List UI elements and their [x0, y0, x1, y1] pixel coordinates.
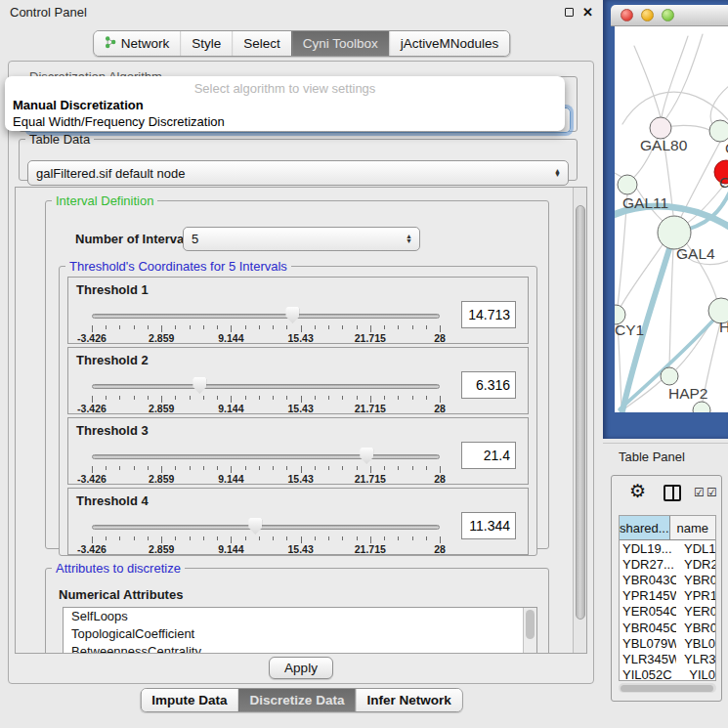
table-data-select[interactable]: galFiltered.sif default node ▲▼: [27, 160, 569, 186]
tab-cyni-toolbox[interactable]: Cyni Toolbox: [291, 31, 389, 56]
tick-mark: [328, 466, 329, 470]
tick-mark: [106, 325, 107, 329]
tick-mark: [106, 396, 107, 400]
slider-track[interactable]: [92, 454, 440, 459]
tab-select[interactable]: Select: [232, 31, 291, 56]
attribute-list-item[interactable]: SelfLoops: [64, 608, 536, 625]
network-node[interactable]: [658, 216, 691, 249]
tick-mark: [217, 536, 218, 540]
tick-label: -3.426: [77, 473, 107, 485]
network-node[interactable]: [709, 120, 728, 142]
table-row[interactable]: YBL079WYBL0: [620, 635, 715, 651]
minimize-traffic-light-icon[interactable]: [641, 9, 654, 21]
table-row[interactable]: YDL19...YDL1: [620, 540, 715, 556]
scrollbar-thumb[interactable]: [526, 610, 535, 639]
node-table[interactable]: shared... name YDL19...YDL1YDR27...YDR2Y…: [619, 515, 716, 681]
tick-mark: [426, 396, 427, 400]
tick-mark: [398, 396, 399, 400]
horizontal-scrollbar[interactable]: [619, 683, 716, 693]
number-of-intervals-value: 5: [192, 232, 198, 246]
tick-mark: [426, 325, 427, 329]
network-edge[interactable]: [669, 248, 673, 367]
table-row[interactable]: YBR045CYBR0: [620, 620, 715, 635]
split-columns-icon[interactable]: [664, 485, 681, 501]
node-label: C: [719, 174, 728, 191]
threshold-value-field[interactable]: [461, 371, 516, 399]
apply-button[interactable]: Apply: [269, 657, 333, 679]
table-row[interactable]: YIL052CYIL0: [620, 667, 715, 682]
slider-track[interactable]: [92, 384, 440, 389]
slider-handle-icon[interactable]: [248, 518, 262, 535]
tick-mark: [412, 536, 413, 540]
slider-handle-icon[interactable]: [360, 448, 373, 464]
close-traffic-light-icon[interactable]: [621, 9, 633, 21]
cell-name: YLR3: [676, 652, 715, 666]
tick-mark: [190, 325, 191, 329]
tab-discretize-data[interactable]: Discretize Data: [238, 689, 356, 711]
close-icon[interactable]: ✕: [582, 6, 593, 19]
tick-label: 2.859: [149, 403, 174, 414]
numerical-attributes-list[interactable]: SelfLoopsTopologicalCoefficientBetweenne…: [63, 607, 537, 654]
algorithm-option-manual[interactable]: Manual Discretization: [5, 97, 565, 113]
attributes-scrollbar[interactable]: [523, 608, 536, 654]
tab-impute-data[interactable]: Impute Data: [141, 689, 237, 711]
column-header-name[interactable]: name: [670, 516, 715, 539]
attributes-group-title: Attributes to discretize: [52, 561, 185, 576]
gear-icon[interactable]: ⚙: [629, 482, 646, 500]
tick-label: 21.715: [355, 332, 386, 344]
network-node[interactable]: [618, 175, 637, 194]
column-header-shared[interactable]: shared...: [620, 516, 670, 539]
network-edge[interactable]: [620, 243, 664, 309]
tick-mark: [245, 325, 246, 329]
table-row[interactable]: YPR145WYPR1: [620, 588, 715, 604]
cell-shared-name: YPR145W: [620, 588, 676, 603]
network-edge[interactable]: [634, 46, 661, 117]
threshold-slider[interactable]: -3.4262.8599.14415.4321.71528: [92, 516, 440, 555]
zoom-traffic-light-icon[interactable]: [662, 9, 674, 21]
attribute-list-item[interactable]: BetweennessCentrality: [64, 643, 536, 654]
table-row[interactable]: YLR345WYLR3: [620, 651, 715, 666]
node-label: GAL4: [676, 245, 715, 262]
threshold-value-field[interactable]: [461, 512, 516, 539]
slider-track[interactable]: [92, 525, 440, 530]
tab-network[interactable]: Network: [94, 31, 181, 56]
tab-jactivemnodules[interactable]: jActiveMNodules: [389, 31, 510, 56]
network-node[interactable]: [661, 367, 678, 385]
tick-mark: [412, 466, 413, 470]
table-row[interactable]: YER054CYER0: [620, 604, 715, 620]
threshold-slider[interactable]: -3.4262.8599.14415.4321.71528: [92, 305, 440, 344]
threshold-label: Threshold 1: [76, 282, 149, 297]
tick-label: 21.715: [355, 403, 386, 414]
float-window-icon[interactable]: [565, 8, 574, 17]
tab-infer-network[interactable]: Infer Network: [355, 689, 461, 711]
slider-track[interactable]: [92, 314, 440, 319]
threshold-value-field[interactable]: [461, 301, 516, 328]
table-row[interactable]: YDR27...YDR2: [620, 556, 715, 572]
checkbox-icon[interactable]: ☑: [707, 487, 717, 498]
table-row[interactable]: YBR043CYBR0: [620, 572, 715, 587]
algorithm-option-equal-width[interactable]: Equal Width/Frequency Discretization: [5, 113, 565, 130]
tick-label: 28: [434, 543, 446, 555]
tab-style[interactable]: Style: [180, 31, 232, 56]
table-data-select-value: galFiltered.sif default node: [36, 166, 185, 181]
node-label: GAL80: [640, 137, 688, 153]
tick-mark: [259, 536, 260, 540]
scrollbar-thumb[interactable]: [576, 205, 585, 620]
threshold-slider[interactable]: -3.4262.8599.14415.4321.71528: [92, 446, 440, 485]
number-of-intervals-select[interactable]: 5 ▲▼: [183, 227, 420, 251]
network-node[interactable]: [650, 117, 671, 139]
control-panel-titlebar: Control Panel ✕: [0, 0, 603, 23]
vertical-scrollbar[interactable]: [573, 188, 586, 653]
threshold-slider[interactable]: -3.4262.8599.14415.4321.71528: [92, 375, 440, 414]
cell-shared-name: YDR27...: [620, 557, 676, 572]
slider-handle-icon[interactable]: [285, 307, 299, 323]
network-node[interactable]: [693, 402, 710, 412]
checkbox-icon[interactable]: ☑: [694, 487, 705, 498]
network-edge[interactable]: [710, 85, 728, 124]
scrollbar-thumb[interactable]: [621, 685, 713, 692]
threshold-value-field[interactable]: [461, 442, 516, 469]
tick-mark: [315, 325, 316, 329]
network-canvas[interactable]: GAL80GACGAL11GAL4GCY1HHAP2: [615, 26, 728, 412]
attribute-list-item[interactable]: TopologicalCoefficient: [64, 625, 536, 643]
slider-handle-icon[interactable]: [193, 377, 206, 394]
